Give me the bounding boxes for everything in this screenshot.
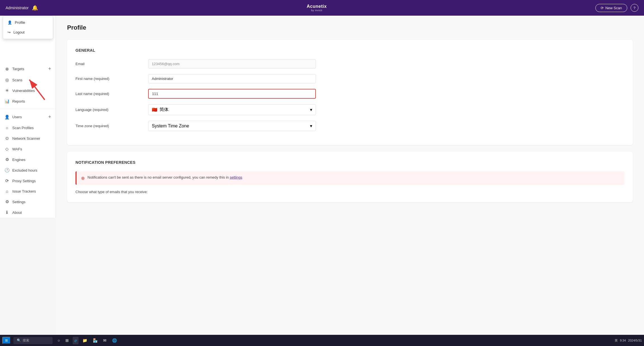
notification-alert: ⊗ Notifications can't be sent as there i…	[75, 171, 624, 185]
scan-icon: ⟳	[601, 6, 604, 10]
settings-link[interactable]: settings	[230, 175, 242, 179]
language-flag: 🇨🇳	[152, 107, 157, 112]
app-body: 👤 Profile ↪ Logout ⊕ Targets +	[0, 16, 644, 335]
topbar-right: ⟳ New Scan ?	[595, 4, 638, 12]
about-icon: ℹ	[4, 210, 10, 215]
sidebar-item-proxy-settings[interactable]: ⟳ Proxy Settings	[0, 176, 56, 186]
taskbar-store-icon[interactable]: 🏪	[91, 337, 99, 344]
sidebar-item-settings[interactable]: ⚙ Settings	[0, 196, 56, 207]
taskbar-chrome-icon[interactable]: 🌐	[110, 337, 119, 344]
language-value: 简体	[160, 107, 169, 113]
email-control	[148, 59, 316, 68]
topbar: Administrator 🔔 Acunetix by Invicti ⟳ Ne…	[0, 0, 644, 16]
sidebar-item-scans[interactable]: ◎ Scans	[0, 75, 56, 85]
users-icon: 👤	[4, 115, 10, 120]
taskbar-ie-icon[interactable]: ℯ	[73, 337, 79, 344]
email-input[interactable]	[148, 59, 316, 68]
brand-logo: Acunetix by Invicti	[307, 4, 327, 12]
language-label: Language (required)	[75, 108, 148, 112]
user-label: Administrator	[6, 6, 29, 10]
sidebar-item-users[interactable]: 👤 Users +	[0, 111, 56, 123]
first-name-row: First name (required)	[75, 74, 624, 83]
search-icon: 🔍	[17, 338, 21, 342]
taskbar-search[interactable]: 🔍 搜索	[13, 337, 53, 344]
sidebar-item-excluded-hours[interactable]: 🕐 Excluded hours	[0, 165, 56, 176]
language-row: Language (required) 🇨🇳 简体 ▾	[75, 104, 624, 115]
page-title: Profile	[67, 24, 633, 31]
timezone-value: System Time Zone	[152, 124, 189, 129]
logout-icon: ↪	[8, 30, 11, 34]
sidebar: 👤 Profile ↪ Logout ⊕ Targets +	[0, 16, 56, 218]
general-section-title: General	[75, 48, 624, 53]
add-target-button[interactable]: +	[48, 66, 51, 72]
general-card: General Email First name (required) Last…	[67, 40, 633, 145]
start-button[interactable]: ⊞	[2, 337, 11, 344]
topbar-left: Administrator 🔔	[6, 5, 38, 11]
timezone-control: System Time Zone ▾	[148, 121, 316, 131]
taskbar-time: 9:34	[620, 339, 626, 342]
timezone-row: Time zone (required) System Time Zone ▾	[75, 121, 624, 131]
help-button[interactable]: ?	[631, 4, 638, 12]
scan-profiles-icon: ○	[4, 125, 10, 130]
profile-dropdown: 👤 Profile ↪ Logout	[3, 16, 53, 39]
vulnerabilities-icon: ✳	[4, 88, 10, 93]
sidebar-item-about[interactable]: ℹ About	[0, 207, 56, 218]
last-name-input[interactable]	[148, 89, 316, 99]
sidebar-item-vulnerabilities[interactable]: ✳ Vulnerabilities	[0, 85, 56, 96]
taskbar-mail-icon[interactable]: ✉	[101, 337, 108, 344]
user-circle-icon: 👤	[8, 20, 12, 25]
new-scan-button[interactable]: ⟳ New Scan	[595, 4, 627, 12]
chevron-down-icon-2: ▾	[310, 123, 312, 129]
last-name-row: Last name (required)	[75, 89, 624, 99]
chevron-down-icon: ▾	[310, 107, 312, 112]
sidebar-item-wafs[interactable]: ◇ WAFs	[0, 144, 56, 154]
sidebar-nav: ⊕ Targets + ◎ Scans ✳ Vulnerabilities 📊 …	[0, 63, 56, 218]
notification-section-title: Notification preferences	[75, 160, 624, 165]
last-name-control	[148, 89, 316, 99]
sidebar-divider-1	[0, 109, 56, 109]
timezone-label: Time zone (required)	[75, 124, 148, 128]
language-select[interactable]: 🇨🇳 简体 ▾	[148, 104, 316, 115]
alert-icon: ⊗	[81, 176, 85, 181]
main-content: Profile General Email First name (requir…	[56, 16, 644, 335]
excluded-hours-icon: 🕐	[4, 168, 10, 173]
reports-icon: 📊	[4, 99, 10, 104]
taskbar: ⊞ 🔍 搜索 ○ ⊞ ℯ 📁 🏪 ✉ 🌐 英 9:34 2024/5/31	[0, 335, 644, 346]
settings-icon: ⚙	[4, 199, 10, 204]
email-row: Email	[75, 59, 624, 68]
proxy-settings-icon: ⟳	[4, 178, 10, 183]
first-name-control	[148, 74, 316, 83]
sidebar-wrapper: 👤 Profile ↪ Logout ⊕ Targets +	[0, 16, 56, 335]
sidebar-item-reports[interactable]: 📊 Reports	[0, 96, 56, 106]
dropdown-profile-item[interactable]: 👤 Profile	[3, 18, 53, 27]
sidebar-item-scan-profiles[interactable]: ○ Scan Profiles	[0, 123, 56, 133]
sidebar-item-engines[interactable]: ⚙ Engines	[0, 154, 56, 165]
add-user-button[interactable]: +	[48, 114, 51, 120]
language-control: 🇨🇳 简体 ▾	[148, 104, 316, 115]
wafs-icon: ◇	[4, 146, 10, 151]
sidebar-item-issue-trackers[interactable]: ⌂ Issue Trackers	[0, 186, 56, 196]
issue-trackers-icon: ⌂	[4, 189, 10, 194]
taskbar-circle-icon[interactable]: ○	[56, 337, 61, 344]
first-name-label: First name (required)	[75, 77, 148, 81]
email-label: Email	[75, 62, 148, 66]
last-name-label: Last name (required)	[75, 92, 148, 96]
taskbar-icons: ○ ⊞ ℯ 📁 🏪 ✉ 🌐	[56, 337, 119, 344]
timezone-select[interactable]: System Time Zone ▾	[148, 121, 316, 131]
taskbar-folder-icon[interactable]: 📁	[81, 337, 89, 344]
choose-email-label: Choose what type of emails that you rece…	[75, 190, 624, 194]
taskbar-lang: 英	[615, 338, 618, 343]
sidebar-item-targets[interactable]: ⊕ Targets +	[0, 63, 56, 75]
engines-icon: ⚙	[4, 157, 10, 162]
targets-icon: ⊕	[4, 67, 10, 72]
sidebar-item-network-scanner[interactable]: ⊙ Network Scanner	[0, 133, 56, 144]
taskbar-grid-icon[interactable]: ⊞	[64, 337, 70, 344]
network-scanner-icon: ⊙	[4, 136, 10, 141]
taskbar-date: 2024/5/31	[628, 339, 642, 342]
taskbar-systray: 英 9:34 2024/5/31	[615, 338, 642, 343]
alert-text: Notifications can't be sent as there is …	[87, 175, 230, 179]
first-name-input[interactable]	[148, 74, 316, 83]
bell-icon[interactable]: 🔔	[32, 5, 38, 11]
dropdown-logout-item[interactable]: ↪ Logout	[3, 27, 53, 37]
notification-card: Notification preferences ⊗ Notifications…	[67, 152, 633, 202]
